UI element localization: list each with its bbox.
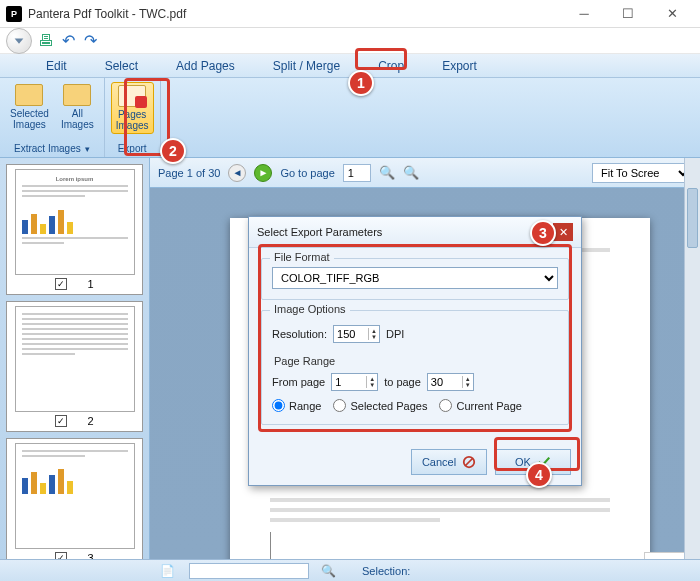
window-title: Pantera Pdf Toolkit - TWC.pdf: [28, 7, 562, 21]
from-page-label: From page: [272, 376, 325, 388]
prev-page-button[interactable]: ◄: [228, 164, 246, 182]
callout-3: 3: [530, 220, 556, 246]
dpi-label: DPI: [386, 328, 404, 340]
page-indicator: Page 1 of 30: [158, 167, 220, 179]
to-page-spinner[interactable]: ▲▼: [427, 373, 474, 391]
expand-icon[interactable]: ▾: [85, 144, 90, 154]
selected-images-icon: [15, 84, 43, 106]
ribbon-all-images[interactable]: All Images: [57, 82, 98, 132]
status-bar: 📄 🔍 Selection:: [0, 559, 700, 581]
status-input[interactable]: [189, 563, 309, 579]
goto-page-input[interactable]: [343, 164, 371, 182]
ribbon-selected-images[interactable]: Selected Images: [6, 82, 53, 132]
callout-2: 2: [160, 138, 186, 164]
image-options-group: Image Options Resolution: ▲▼ DPI Page Ra…: [261, 310, 569, 425]
minimize-button[interactable]: ─: [562, 0, 606, 28]
zoom-mode-select[interactable]: Fit To Scree: [592, 163, 692, 183]
status-selection-label: Selection:: [362, 565, 410, 577]
radio-current-page[interactable]: Current Page: [439, 399, 521, 412]
resolution-label: Resolution:: [272, 328, 327, 340]
maximize-button[interactable]: ☐: [606, 0, 650, 28]
radio-selected-input[interactable]: [333, 399, 346, 412]
callout-4: 4: [526, 462, 552, 488]
page-range-label: Page Range: [270, 355, 558, 367]
thumbnail-sidebar: Lorem ipsum ✓1 ✓2 ✓3: [0, 158, 150, 559]
menu-select[interactable]: Select: [99, 57, 144, 75]
menu-add-pages[interactable]: Add Pages: [170, 57, 241, 75]
thumb-2-check[interactable]: ✓: [55, 415, 67, 427]
file-format-label: File Format: [270, 251, 334, 263]
status-page-icon[interactable]: 📄: [160, 564, 175, 578]
radio-range-input[interactable]: [272, 399, 285, 412]
titlebar: P Pantera Pdf Toolkit - TWC.pdf ─ ☐ ✕: [0, 0, 700, 28]
thumb-2[interactable]: ✓2: [6, 301, 143, 432]
file-format-select[interactable]: COLOR_TIFF_RGB: [272, 267, 558, 289]
thumb-3-number: 3: [87, 552, 93, 559]
close-button[interactable]: ✕: [650, 0, 694, 28]
app-menu-button[interactable]: [6, 28, 32, 54]
thumb-1[interactable]: Lorem ipsum ✓1: [6, 164, 143, 295]
menu-split-merge[interactable]: Split / Merge: [267, 57, 346, 75]
dialog-close-button[interactable]: ✕: [553, 223, 573, 241]
from-page-spinner[interactable]: ▲▼: [331, 373, 378, 391]
resolution-spinner[interactable]: ▲▼: [333, 325, 380, 343]
ribbon-group-export-label: Export: [114, 142, 151, 155]
svg-line-1: [466, 459, 473, 466]
radio-range[interactable]: Range: [272, 399, 321, 412]
thumb-3[interactable]: ✓3: [6, 438, 143, 559]
thumb-3-check[interactable]: ✓: [55, 552, 67, 559]
to-page-label: to page: [384, 376, 421, 388]
radio-current-input[interactable]: [439, 399, 452, 412]
next-page-button[interactable]: ►: [254, 164, 272, 182]
export-dialog: Select Export Parameters ✕ File Format C…: [248, 216, 582, 486]
ribbon-all-images-label: All Images: [61, 108, 94, 130]
preview-chart: Column 1 Column 2 Column 3: [270, 532, 610, 559]
to-page-input[interactable]: [428, 374, 462, 390]
page-toolbar: Page 1 of 30 ◄ ► Go to page 🔍 🔍 Fit To S…: [150, 158, 700, 188]
menu-crop[interactable]: Crop: [372, 57, 410, 75]
cancel-icon: [462, 455, 476, 469]
menu-export[interactable]: Export: [436, 57, 483, 75]
zoom-in-icon[interactable]: 🔍: [403, 165, 419, 180]
quick-access-toolbar: 🖶 ↶ ↷: [0, 28, 700, 54]
file-format-group: File Format COLOR_TIFF_RGB: [261, 258, 569, 300]
pages-images-icon: [118, 85, 146, 107]
menu-edit[interactable]: Edit: [40, 57, 73, 75]
thumb-1-check[interactable]: ✓: [55, 278, 67, 290]
ribbon-pages-images-label: Pages Images: [116, 109, 149, 131]
cancel-button[interactable]: Cancel: [411, 449, 487, 475]
callout-1: 1: [348, 70, 374, 96]
ribbon-group-extract: Selected Images All Images Extract Image…: [0, 78, 105, 157]
dialog-title: Select Export Parameters: [257, 226, 553, 238]
resolution-input[interactable]: [334, 326, 368, 342]
thumb-1-number: 1: [87, 278, 93, 290]
image-options-label: Image Options: [270, 303, 350, 315]
radio-selected-pages[interactable]: Selected Pages: [333, 399, 427, 412]
from-page-input[interactable]: [332, 374, 366, 390]
ribbon-group-extract-label: Extract Images▾: [10, 142, 94, 155]
thumb-2-number: 2: [87, 415, 93, 427]
canvas-scrollbar[interactable]: [684, 158, 700, 559]
status-search-icon[interactable]: 🔍: [321, 564, 336, 578]
all-images-icon: [63, 84, 91, 106]
ribbon-pages-images[interactable]: Pages Images: [111, 82, 154, 134]
ribbon-selected-images-label: Selected Images: [10, 108, 49, 130]
redo-icon[interactable]: ↷: [82, 33, 98, 49]
app-icon: P: [6, 6, 22, 22]
thumb-1-heading: Lorem ipsum: [22, 176, 128, 182]
print-icon[interactable]: 🖶: [38, 33, 54, 49]
undo-icon[interactable]: ↶: [60, 33, 76, 49]
zoom-out-icon[interactable]: 🔍: [379, 165, 395, 180]
ribbon-group-export: Pages Images Export: [105, 78, 161, 157]
goto-label: Go to page: [280, 167, 334, 179]
